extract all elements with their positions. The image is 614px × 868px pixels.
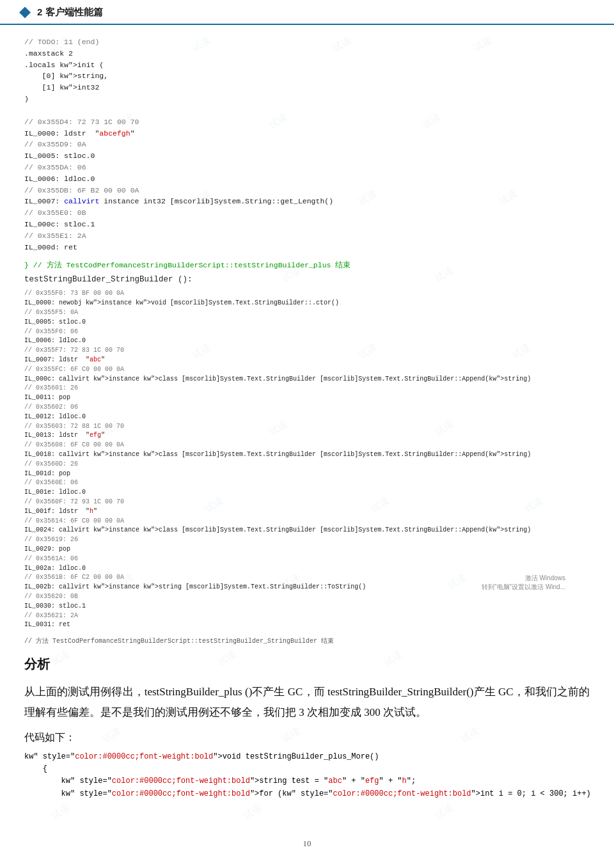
analysis-body: 从上面的测试用例得出，testStringBuilder_plus ()不产生 … bbox=[24, 682, 590, 722]
chapter-icon bbox=[19, 7, 31, 19]
header-title: 2 客户端性能篇 bbox=[37, 6, 103, 19]
code-area-2: // 0x355F0: 73 BF 00 00 0A IL_0000: newo… bbox=[24, 289, 590, 630]
section-title-2: testStringBuilder_StringBuilder (): bbox=[24, 275, 590, 284]
page-number: 10 bbox=[0, 839, 614, 849]
void-code-block: kw" style="color:#0000cc;font-weight:bol… bbox=[24, 751, 590, 800]
code-block-1: // TODO: 11 (end) .maxstack 2 .locals kw… bbox=[24, 36, 590, 253]
page-content: // TODO: 11 (end) .maxstack 2 .locals kw… bbox=[0, 36, 614, 826]
analysis-heading: 分析 bbox=[24, 656, 590, 673]
section-end-1: } // 方法 TestCodPerfomanceStringBuilderSc… bbox=[24, 260, 590, 270]
win-activate: 激活 Windows 转到"电脑"设置以激活 Wind... bbox=[482, 574, 565, 592]
section-end-2: // 方法 TestCodPerfomanceStringBuilderScri… bbox=[24, 636, 590, 645]
page-header: 2 客户端性能篇 bbox=[0, 0, 614, 25]
code-label: 代码如下： bbox=[24, 731, 590, 745]
